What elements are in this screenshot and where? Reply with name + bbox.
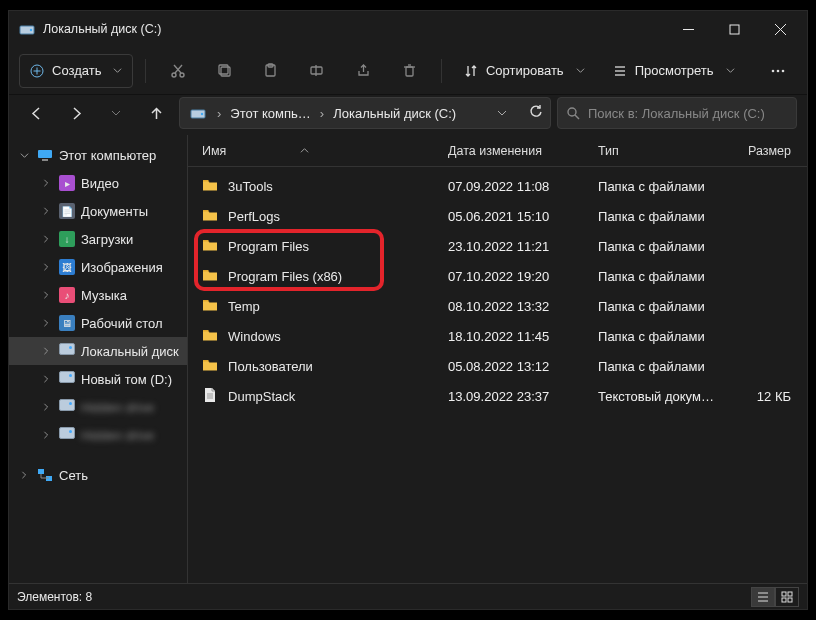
chevron-right-icon[interactable] xyxy=(39,235,53,243)
sort-button[interactable]: Сортировать xyxy=(454,54,595,88)
sidebar-item-this-pc[interactable]: Этот компьютер xyxy=(9,141,187,169)
create-button[interactable]: Создать xyxy=(19,54,133,88)
table-row[interactable]: Пользователи05.08.2022 13:12Папка с файл… xyxy=(188,351,807,381)
drive-icon xyxy=(59,427,75,443)
chevron-down-icon[interactable] xyxy=(497,106,507,121)
maximize-button[interactable] xyxy=(711,13,757,45)
cut-button[interactable] xyxy=(158,54,196,88)
table-row[interactable]: PerfLogs05.06.2021 15:10Папка с файлами xyxy=(188,201,807,231)
chevron-right-icon[interactable] xyxy=(39,207,53,215)
file-name: Program Files (x86) xyxy=(228,269,342,284)
svg-point-27 xyxy=(781,69,784,72)
thumbnails-view-button[interactable] xyxy=(775,587,799,607)
table-row[interactable]: DumpStack13.09.2022 23:37Текстовый докум… xyxy=(188,381,807,411)
copy-button[interactable] xyxy=(205,54,243,88)
rename-button[interactable] xyxy=(298,54,336,88)
chevron-right-icon[interactable] xyxy=(39,431,53,439)
minimize-button[interactable] xyxy=(665,13,711,45)
svg-rect-46 xyxy=(782,598,786,602)
drive-icon xyxy=(190,105,206,121)
breadcrumb-item[interactable]: Этот компь… xyxy=(228,106,312,121)
chevron-right-icon[interactable] xyxy=(39,375,53,383)
status-bar: Элементов: 8 xyxy=(9,583,807,609)
chevron-down-icon xyxy=(726,63,735,78)
search-input[interactable]: Поиск в: Локальный диск (C:) xyxy=(557,97,797,129)
details-view-button[interactable] xyxy=(751,587,775,607)
sidebar-item-new-volume[interactable]: Новый том (D:) xyxy=(9,365,187,393)
sidebar-item-desktop[interactable]: 🖥 Рабочий стол xyxy=(9,309,187,337)
svg-rect-19 xyxy=(406,67,413,76)
sidebar-item-pictures[interactable]: 🖼 Изображения xyxy=(9,253,187,281)
column-header-date[interactable]: Дата изменения xyxy=(448,144,598,158)
chevron-down-icon xyxy=(113,63,122,78)
file-name: Program Files xyxy=(228,239,309,254)
chevron-down-icon[interactable] xyxy=(17,151,31,160)
paste-button[interactable] xyxy=(251,54,289,88)
sidebar-item-local-disk[interactable]: Локальный диск xyxy=(9,337,187,365)
back-button[interactable] xyxy=(19,98,53,128)
view-icon xyxy=(613,64,627,78)
chevron-right-icon[interactable] xyxy=(39,403,53,411)
table-row[interactable]: Windows18.10.2022 11:45Папка с файлами xyxy=(188,321,807,351)
table-row[interactable]: Temp08.10.2022 13:32Папка с файлами xyxy=(188,291,807,321)
chevron-right-icon[interactable] xyxy=(39,291,53,299)
share-button[interactable] xyxy=(344,54,382,88)
svg-point-26 xyxy=(776,69,779,72)
table-row[interactable]: Program Files (x86)07.10.2022 19:20Папка… xyxy=(188,261,807,291)
folder-icon xyxy=(202,267,218,286)
chevron-right-icon[interactable] xyxy=(39,347,53,355)
file-type: Папка с файлами xyxy=(598,269,748,284)
column-headers: Имя Дата изменения Тип Размер xyxy=(188,135,807,167)
downloads-icon: ↓ xyxy=(59,231,75,247)
address-bar[interactable]: › Этот компь… › Локальный диск (C:) xyxy=(179,97,551,129)
chevron-right-icon[interactable] xyxy=(39,263,53,271)
sidebar-item-documents[interactable]: 📄 Документы xyxy=(9,197,187,225)
delete-button[interactable] xyxy=(391,54,429,88)
plus-circle-icon xyxy=(30,64,44,78)
toolbar: Создать Сортировать Просмотреть xyxy=(9,47,807,95)
titlebar: Локальный диск (C:) xyxy=(9,11,807,47)
file-size: 12 КБ xyxy=(748,389,807,404)
close-button[interactable] xyxy=(757,13,803,45)
table-row[interactable]: Program Files23.10.2022 11:21Папка с фай… xyxy=(188,231,807,261)
sidebar-label: Hidden drive xyxy=(81,400,154,415)
table-row[interactable]: 3uTools07.09.2022 11:08Папка с файлами xyxy=(188,171,807,201)
view-button[interactable]: Просмотреть xyxy=(603,54,745,88)
sort-indicator-icon xyxy=(300,144,309,158)
sidebar-label: Новый том (D:) xyxy=(81,372,172,387)
sidebar-label: Изображения xyxy=(81,260,163,275)
sort-label: Сортировать xyxy=(486,63,564,78)
chevron-right-icon[interactable]: › xyxy=(214,106,224,121)
folder-icon xyxy=(202,237,218,256)
chevron-right-icon[interactable] xyxy=(39,319,53,327)
sidebar-item-network[interactable]: Сеть xyxy=(9,461,187,489)
documents-icon: 📄 xyxy=(59,203,75,219)
svg-point-30 xyxy=(568,108,576,116)
file-type: Текстовый докум… xyxy=(598,389,748,404)
chevron-right-icon[interactable]: › xyxy=(317,106,327,121)
body: Этот компьютер ▸ Видео 📄 Документы ↓ Заг… xyxy=(9,135,807,583)
drive-icon xyxy=(59,399,75,415)
sidebar-item-music[interactable]: ♪ Музыка xyxy=(9,281,187,309)
chevron-right-icon[interactable] xyxy=(17,471,31,479)
refresh-button[interactable] xyxy=(529,104,544,122)
up-button[interactable] xyxy=(139,98,173,128)
more-button[interactable] xyxy=(759,54,797,88)
chevron-right-icon[interactable] xyxy=(39,179,53,187)
file-name: Пользователи xyxy=(228,359,313,374)
svg-point-10 xyxy=(180,73,184,77)
recent-button[interactable] xyxy=(99,98,133,128)
column-header-type[interactable]: Тип xyxy=(598,144,748,158)
breadcrumb-item[interactable]: Локальный диск (C:) xyxy=(331,106,458,121)
forward-button[interactable] xyxy=(59,98,93,128)
column-header-size[interactable]: Размер xyxy=(748,144,807,158)
file-name: DumpStack xyxy=(228,389,295,404)
column-header-name[interactable]: Имя xyxy=(188,144,448,158)
file-name: 3uTools xyxy=(228,179,273,194)
chevron-down-icon xyxy=(576,63,585,78)
sidebar-label: Документы xyxy=(81,204,148,219)
sidebar-item-downloads[interactable]: ↓ Загрузки xyxy=(9,225,187,253)
sidebar-item-hidden[interactable]: Hidden drive xyxy=(9,393,187,421)
sidebar-item-hidden[interactable]: Hidden drive xyxy=(9,421,187,449)
sidebar-item-videos[interactable]: ▸ Видео xyxy=(9,169,187,197)
